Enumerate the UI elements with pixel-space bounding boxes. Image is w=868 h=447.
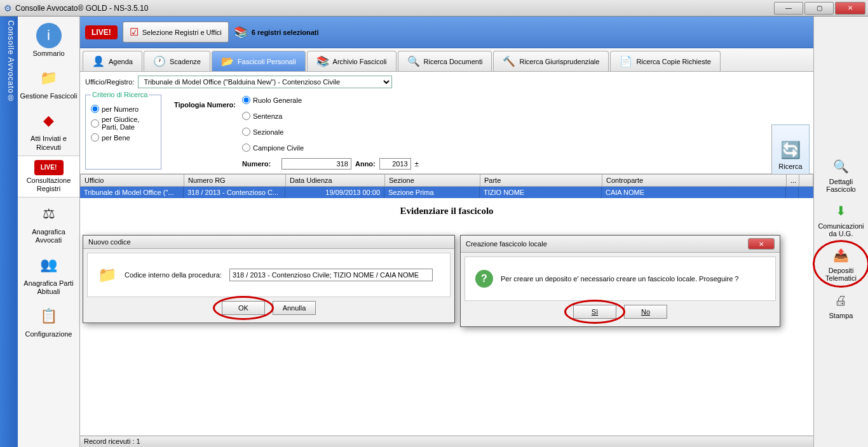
people-icon: 👥 <box>36 253 62 278</box>
radio-campione[interactable] <box>242 143 250 152</box>
ufficio-select[interactable]: Tribunale di Model Office ("Balduina New… <box>138 76 392 88</box>
maximize-button[interactable]: ▢ <box>804 2 834 15</box>
table-header: Ufficio Numero RG Data Udienza Sezione P… <box>80 174 813 187</box>
filter-area: Ufficio/Registro: Tribunale di Model Off… <box>80 72 813 174</box>
numero-label: Numero: <box>242 160 278 168</box>
status-bar: Record ricevuti : 1 <box>80 436 813 447</box>
table-row[interactable]: Tribunale di Model Office ("... 318 / 20… <box>80 187 813 198</box>
clock-icon: 🕐 <box>153 55 166 67</box>
radio-per-giudice[interactable] <box>91 119 99 128</box>
calendar-icon: 👤 <box>92 55 105 67</box>
left-rail: Consolle Avvocato® <box>0 17 18 447</box>
dettagli-fascicolo-button[interactable]: 🔍 Dettagli Fascicolo <box>814 152 868 197</box>
radio-per-bene[interactable] <box>91 133 99 142</box>
depositi-telematici-button[interactable]: 📤 Depositi Telematici <box>814 241 868 286</box>
folder-star-icon: 📁 <box>98 266 117 284</box>
shapes-icon: ◆ <box>36 108 62 133</box>
download-icon: ⬇ <box>831 201 851 221</box>
anno-stepper-icon[interactable]: ± <box>415 160 419 168</box>
live-icon: LIVE! <box>34 160 64 175</box>
anno-input[interactable] <box>379 158 411 170</box>
app-icon: ⚙ <box>3 3 13 13</box>
books-icon: 📚 <box>234 25 248 39</box>
top-toolbar: LIVE! ☑ Selezione Registri e Uffici 📚 6 … <box>80 17 813 48</box>
dialog-close-button[interactable]: ✕ <box>748 238 775 250</box>
refresh-icon: 🔄 <box>780 140 801 160</box>
detail-icon: 🔍 <box>831 156 851 177</box>
si-button[interactable]: Sì <box>573 305 616 319</box>
live-badge: LIVE! <box>85 25 118 39</box>
anno-label: Anno: <box>355 160 376 168</box>
annulla-button[interactable]: Annulla <box>273 301 316 315</box>
tipologia-label: Tipologia Numero: <box>174 91 236 170</box>
dialog-creazione-fascicolo: Creazione fascicolo locale ✕ ? Per crear… <box>460 235 780 327</box>
radio-sentenza[interactable] <box>242 112 250 120</box>
selezione-registri-button[interactable]: ☑ Selezione Registri e Uffici <box>123 22 229 43</box>
ok-button[interactable]: OK <box>222 301 265 315</box>
dialog-nuovo-codice: Nuovo codice 📁 Codice interno della proc… <box>83 235 455 323</box>
criterio-ricerca: Criterio di Ricerca per Numero per Giudi… <box>85 91 161 170</box>
nav-configurazione[interactable]: 📋 Configurazione <box>18 300 79 342</box>
nav-consultazione[interactable]: LIVE! Consultazione Registri <box>18 156 79 197</box>
clipboard-icon: 📋 <box>36 304 62 329</box>
folder-icon: 📂 <box>221 55 234 67</box>
tab-scadenze[interactable]: 🕐Scadenze <box>144 51 210 71</box>
nav-anagrafica-avvocati[interactable]: ⚖ Anagrafica Avvocati <box>18 197 79 248</box>
tab-ricerca-giurisprudenziale[interactable]: 🔨Ricerca Giurisprudenziale <box>493 51 609 71</box>
numero-input[interactable] <box>281 158 351 170</box>
left-nav: i Sommario 📁 Gestione Fascicoli ◆ Atti I… <box>18 17 80 447</box>
deposit-icon: 📤 <box>831 245 851 265</box>
codice-input[interactable] <box>229 269 433 281</box>
registri-info: 📚 6 registri selezionati <box>234 25 319 39</box>
nav-gestione-fascicoli[interactable]: 📁 Gestione Fascicoli <box>18 62 79 104</box>
nav-sommario[interactable]: i Sommario <box>18 19 79 62</box>
nav-anagrafica-parti[interactable]: 👥 Anagrafica Parti Abituali <box>18 249 79 300</box>
folder-search-icon: 📁 <box>36 65 62 91</box>
info-icon: i <box>36 23 62 48</box>
radio-ruolo[interactable] <box>242 96 250 104</box>
comunicazioni-button[interactable]: ⬇ Comunicazioni da U.G. <box>814 197 868 241</box>
dialog-message: Per creare un deposito e' necessario cre… <box>501 275 738 283</box>
doc-search-icon: 🔍 <box>407 55 420 67</box>
radio-per-numero[interactable] <box>91 105 99 113</box>
archive-icon: 📚 <box>316 55 329 67</box>
tab-ricerca-copie[interactable]: 📄Ricerca Copie Richieste <box>610 51 720 71</box>
nav-atti[interactable]: ◆ Atti Inviati e Ricevuti <box>18 104 79 155</box>
codice-label: Codice interno della procedura: <box>125 271 222 279</box>
judge-icon: ⚖ <box>36 201 62 227</box>
tab-agenda[interactable]: 👤Agenda <box>83 51 142 71</box>
checklist-icon: ☑ <box>130 26 139 38</box>
evidenziare-label: Evidenziare il fascicolo <box>80 198 813 224</box>
stampa-button[interactable]: 🖨 Stampa <box>828 286 855 323</box>
window-title: Consolle Avvocato® GOLD - NS-3.5.10 <box>15 4 774 13</box>
tab-fascicoli-personali[interactable]: 📂Fascicoli Personali <box>212 51 306 71</box>
tab-ricerca-documenti[interactable]: 🔍Ricerca Documenti <box>398 51 492 71</box>
question-icon: ? <box>475 270 493 288</box>
tabs: 👤Agenda 🕐Scadenze 📂Fascicoli Personali 📚… <box>80 48 813 72</box>
ufficio-label: Ufficio/Registro: <box>85 78 134 86</box>
close-button[interactable]: ✕ <box>835 2 865 15</box>
titlebar: ⚙ Consolle Avvocato® GOLD - NS-3.5.10 — … <box>0 0 868 17</box>
printer-icon: 🖨 <box>831 290 851 310</box>
right-panel: 🔍 Dettagli Fascicolo ⬇ Comunicazioni da … <box>813 17 868 447</box>
minimize-button[interactable]: — <box>774 2 803 15</box>
gavel-icon: 🔨 <box>503 55 515 67</box>
no-button[interactable]: No <box>624 305 667 319</box>
tab-archivio[interactable]: 📚Archivio Fascicoli <box>307 51 397 71</box>
radio-sezionale[interactable] <box>242 128 250 136</box>
copies-icon: 📄 <box>620 55 632 67</box>
